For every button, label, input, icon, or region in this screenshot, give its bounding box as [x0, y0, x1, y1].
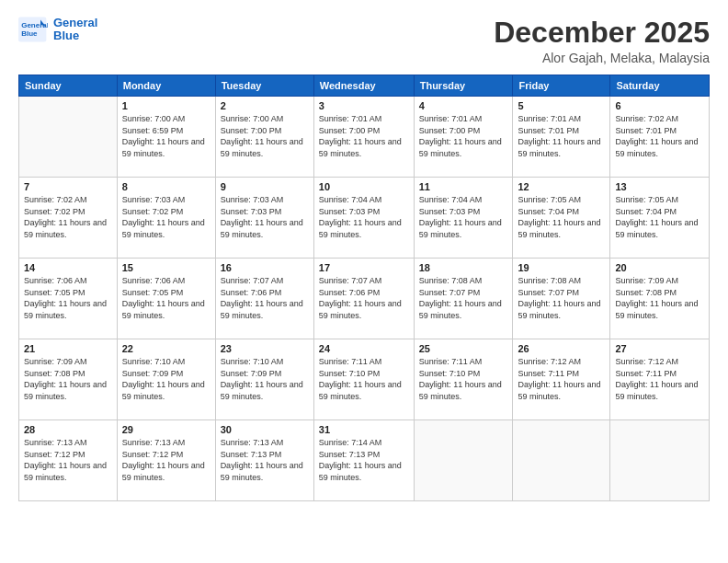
- day-number: 10: [319, 181, 409, 192]
- calendar-cell-w4-d3: 23Sunrise: 7:10 AM Sunset: 7:09 PM Dayli…: [215, 339, 313, 420]
- day-info: Sunrise: 7:01 AM Sunset: 7:00 PM Dayligh…: [319, 113, 409, 159]
- day-info: Sunrise: 7:12 AM Sunset: 7:11 PM Dayligh…: [518, 356, 605, 402]
- day-number: 14: [24, 262, 112, 273]
- calendar-cell-w5-d5: [414, 420, 513, 501]
- calendar-cell-w1-d3: 2Sunrise: 7:00 AM Sunset: 7:00 PM Daylig…: [215, 97, 313, 178]
- calendar-cell-w1-d4: 3Sunrise: 7:01 AM Sunset: 7:00 PM Daylig…: [313, 97, 414, 178]
- day-info: Sunrise: 7:14 AM Sunset: 7:13 PM Dayligh…: [319, 437, 409, 483]
- day-number: 8: [122, 181, 210, 192]
- calendar-cell-w1-d1: [19, 97, 118, 178]
- calendar-cell-w3-d6: 19Sunrise: 7:08 AM Sunset: 7:07 PM Dayli…: [513, 259, 610, 339]
- calendar-cell-w2-d1: 7Sunrise: 7:02 AM Sunset: 7:02 PM Daylig…: [19, 178, 118, 259]
- logo-line1: General: [53, 17, 97, 29]
- day-info: Sunrise: 7:10 AM Sunset: 7:09 PM Dayligh…: [122, 356, 210, 402]
- header: General Blue General Blue December 2025 …: [18, 17, 710, 65]
- day-number: 26: [518, 343, 605, 354]
- day-info: Sunrise: 7:01 AM Sunset: 7:00 PM Dayligh…: [419, 113, 508, 159]
- calendar-cell-w4-d2: 22Sunrise: 7:10 AM Sunset: 7:09 PM Dayli…: [117, 339, 215, 420]
- month-title: December 2025: [494, 17, 710, 49]
- calendar-cell-w2-d6: 12Sunrise: 7:05 AM Sunset: 7:04 PM Dayli…: [513, 178, 610, 259]
- title-block: December 2025 Alor Gajah, Melaka, Malays…: [494, 17, 710, 65]
- day-info: Sunrise: 7:08 AM Sunset: 7:07 PM Dayligh…: [419, 275, 508, 321]
- svg-text:Blue: Blue: [21, 29, 38, 38]
- calendar-cell-w3-d3: 16Sunrise: 7:07 AM Sunset: 7:06 PM Dayli…: [215, 259, 313, 339]
- day-info: Sunrise: 7:06 AM Sunset: 7:05 PM Dayligh…: [122, 275, 210, 321]
- day-number: 21: [24, 343, 112, 354]
- calendar-cell-w1-d6: 5Sunrise: 7:01 AM Sunset: 7:01 PM Daylig…: [513, 97, 610, 178]
- location: Alor Gajah, Melaka, Malaysia: [494, 51, 710, 65]
- day-info: Sunrise: 7:13 AM Sunset: 7:12 PM Dayligh…: [24, 437, 112, 483]
- calendar-cell-w3-d2: 15Sunrise: 7:06 AM Sunset: 7:05 PM Dayli…: [117, 259, 215, 339]
- day-number: 20: [615, 262, 704, 273]
- calendar-cell-w2-d3: 9Sunrise: 7:03 AM Sunset: 7:03 PM Daylig…: [215, 178, 313, 259]
- day-number: 27: [615, 343, 704, 354]
- header-sunday: Sunday: [19, 75, 118, 97]
- day-info: Sunrise: 7:05 AM Sunset: 7:04 PM Dayligh…: [518, 194, 605, 240]
- day-info: Sunrise: 7:11 AM Sunset: 7:10 PM Dayligh…: [319, 356, 409, 402]
- calendar-cell-w5-d7: [610, 420, 710, 501]
- day-info: Sunrise: 7:01 AM Sunset: 7:01 PM Dayligh…: [518, 113, 605, 159]
- day-info: Sunrise: 7:12 AM Sunset: 7:11 PM Dayligh…: [615, 356, 704, 402]
- calendar-cell-w3-d4: 17Sunrise: 7:07 AM Sunset: 7:06 PM Dayli…: [313, 259, 414, 339]
- calendar-cell-w4-d7: 27Sunrise: 7:12 AM Sunset: 7:11 PM Dayli…: [610, 339, 710, 420]
- day-info: Sunrise: 7:02 AM Sunset: 7:01 PM Dayligh…: [615, 113, 704, 159]
- calendar-cell-w2-d5: 11Sunrise: 7:04 AM Sunset: 7:03 PM Dayli…: [414, 178, 513, 259]
- calendar-cell-w4-d4: 24Sunrise: 7:11 AM Sunset: 7:10 PM Dayli…: [313, 339, 414, 420]
- calendar-cell-w2-d4: 10Sunrise: 7:04 AM Sunset: 7:03 PM Dayli…: [313, 178, 414, 259]
- week-row-3: 14Sunrise: 7:06 AM Sunset: 7:05 PM Dayli…: [19, 259, 710, 339]
- day-number: 7: [24, 181, 112, 192]
- page: General Blue General Blue December 2025 …: [0, 0, 728, 563]
- calendar-cell-w5-d6: [513, 420, 610, 501]
- day-number: 16: [221, 262, 309, 273]
- calendar-cell-w4-d1: 21Sunrise: 7:09 AM Sunset: 7:08 PM Dayli…: [19, 339, 118, 420]
- day-number: 28: [24, 424, 112, 435]
- calendar-cell-w3-d7: 20Sunrise: 7:09 AM Sunset: 7:08 PM Dayli…: [610, 259, 710, 339]
- calendar-cell-w4-d6: 26Sunrise: 7:12 AM Sunset: 7:11 PM Dayli…: [513, 339, 610, 420]
- day-info: Sunrise: 7:03 AM Sunset: 7:02 PM Dayligh…: [122, 194, 210, 240]
- calendar-cell-w1-d5: 4Sunrise: 7:01 AM Sunset: 7:00 PM Daylig…: [414, 97, 513, 178]
- logo: General Blue General Blue: [18, 17, 97, 43]
- day-info: Sunrise: 7:13 AM Sunset: 7:12 PM Dayligh…: [122, 437, 210, 483]
- day-number: 3: [319, 100, 409, 111]
- calendar-table: Sunday Monday Tuesday Wednesday Thursday…: [18, 75, 710, 501]
- day-info: Sunrise: 7:11 AM Sunset: 7:10 PM Dayligh…: [419, 356, 508, 402]
- day-info: Sunrise: 7:03 AM Sunset: 7:03 PM Dayligh…: [221, 194, 309, 240]
- day-info: Sunrise: 7:00 AM Sunset: 7:00 PM Dayligh…: [221, 113, 309, 159]
- day-number: 2: [221, 100, 309, 111]
- day-number: 31: [319, 424, 409, 435]
- header-tuesday: Tuesday: [215, 75, 313, 97]
- header-monday: Monday: [117, 75, 215, 97]
- day-number: 18: [419, 262, 508, 273]
- day-info: Sunrise: 7:06 AM Sunset: 7:05 PM Dayligh…: [24, 275, 112, 321]
- calendar-cell-w5-d2: 29Sunrise: 7:13 AM Sunset: 7:12 PM Dayli…: [117, 420, 215, 501]
- week-row-4: 21Sunrise: 7:09 AM Sunset: 7:08 PM Dayli…: [19, 339, 710, 420]
- calendar-cell-w2-d7: 13Sunrise: 7:05 AM Sunset: 7:04 PM Dayli…: [610, 178, 710, 259]
- day-info: Sunrise: 7:13 AM Sunset: 7:13 PM Dayligh…: [221, 437, 309, 483]
- day-info: Sunrise: 7:02 AM Sunset: 7:02 PM Dayligh…: [24, 194, 112, 240]
- calendar-cell-w1-d7: 6Sunrise: 7:02 AM Sunset: 7:01 PM Daylig…: [610, 97, 710, 178]
- day-number: 19: [518, 262, 605, 273]
- header-thursday: Thursday: [414, 75, 513, 97]
- calendar-cell-w4-d5: 25Sunrise: 7:11 AM Sunset: 7:10 PM Dayli…: [414, 339, 513, 420]
- calendar-cell-w3-d1: 14Sunrise: 7:06 AM Sunset: 7:05 PM Dayli…: [19, 259, 118, 339]
- header-wednesday: Wednesday: [313, 75, 414, 97]
- day-info: Sunrise: 7:10 AM Sunset: 7:09 PM Dayligh…: [221, 356, 309, 402]
- day-number: 5: [518, 100, 605, 111]
- day-number: 15: [122, 262, 210, 273]
- week-row-5: 28Sunrise: 7:13 AM Sunset: 7:12 PM Dayli…: [19, 420, 710, 501]
- logo-line2: Blue: [53, 29, 97, 42]
- day-info: Sunrise: 7:04 AM Sunset: 7:03 PM Dayligh…: [319, 194, 409, 240]
- week-row-2: 7Sunrise: 7:02 AM Sunset: 7:02 PM Daylig…: [19, 178, 710, 259]
- day-number: 12: [518, 181, 605, 192]
- day-number: 1: [122, 100, 210, 111]
- day-info: Sunrise: 7:07 AM Sunset: 7:06 PM Dayligh…: [319, 275, 409, 321]
- day-info: Sunrise: 7:09 AM Sunset: 7:08 PM Dayligh…: [24, 356, 112, 402]
- calendar-cell-w5-d3: 30Sunrise: 7:13 AM Sunset: 7:13 PM Dayli…: [215, 420, 313, 501]
- day-number: 4: [419, 100, 508, 111]
- day-info: Sunrise: 7:07 AM Sunset: 7:06 PM Dayligh…: [221, 275, 309, 321]
- day-info: Sunrise: 7:05 AM Sunset: 7:04 PM Dayligh…: [615, 194, 704, 240]
- calendar-cell-w2-d2: 8Sunrise: 7:03 AM Sunset: 7:02 PM Daylig…: [117, 178, 215, 259]
- day-number: 9: [221, 181, 309, 192]
- header-saturday: Saturday: [610, 75, 710, 97]
- day-number: 30: [221, 424, 309, 435]
